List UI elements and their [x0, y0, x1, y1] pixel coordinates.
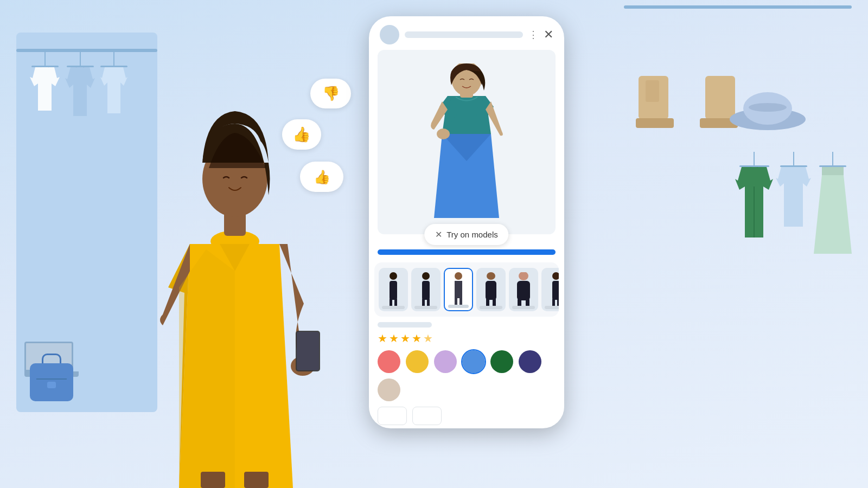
person-illustration [136, 16, 342, 488]
product-title-bar [378, 322, 432, 328]
star-5-half: ★ [423, 332, 433, 345]
color-swatches [369, 345, 564, 401]
dress-mint-hanging [814, 152, 852, 256]
svg-point-26 [422, 272, 430, 280]
color-green[interactable] [490, 350, 513, 373]
svg-point-7 [749, 103, 787, 112]
hanging-shirt-light [100, 52, 127, 116]
svg-rect-38 [517, 281, 530, 300]
rating-section: ★ ★ ★ ★ ★ [369, 317, 564, 345]
hanging-shirt-blue [65, 52, 95, 116]
svg-point-33 [487, 272, 495, 280]
svg-rect-1 [636, 118, 674, 128]
model-thumb-5[interactable] [509, 268, 538, 311]
model-6-label [545, 306, 559, 309]
model-thumb-3[interactable] [444, 268, 473, 311]
svg-rect-34 [486, 281, 496, 300]
size-s-button[interactable] [412, 407, 442, 425]
svg-rect-11 [297, 332, 319, 370]
svg-rect-2 [646, 80, 659, 102]
model-1-label [382, 306, 405, 309]
size-xs-button[interactable] [378, 407, 407, 425]
phone-header: ⋮ ✕ [369, 16, 564, 50]
svg-point-41 [552, 272, 559, 280]
phone-mockup: ⋮ ✕ [369, 16, 564, 428]
svg-point-19 [437, 129, 450, 139]
seller-avatar [380, 25, 399, 44]
seller-name-bar [405, 31, 523, 38]
product-image-area: ✕ Try on models [378, 50, 556, 234]
try-on-models-button[interactable]: ✕ Try on models [424, 224, 508, 245]
model-thumb-1[interactable] [379, 268, 408, 311]
shirt-lightblue-hanging [776, 152, 811, 256]
svg-point-30 [455, 272, 462, 280]
svg-rect-15 [201, 472, 225, 488]
more-options-button[interactable]: ⋮ [528, 29, 538, 41]
color-blue[interactable] [462, 350, 485, 373]
svg-rect-23 [390, 281, 397, 300]
try-on-label: Try on models [446, 230, 497, 239]
right-closet [597, 0, 868, 488]
try-on-x-icon: ✕ [435, 229, 442, 240]
svg-point-37 [519, 272, 528, 280]
model-2-label [414, 306, 437, 309]
color-yellow[interactable] [406, 350, 429, 373]
model-selector [374, 262, 559, 317]
model-thumb-2[interactable] [411, 268, 441, 311]
hat-display [730, 92, 806, 138]
cta-bar[interactable] [378, 249, 556, 255]
hanging-shirt-white [30, 52, 60, 116]
boots-display [636, 76, 738, 136]
color-navy[interactable] [519, 350, 541, 373]
stars-row: ★ ★ ★ ★ ★ [378, 332, 556, 345]
star-3: ★ [400, 332, 410, 345]
handbag [30, 363, 73, 401]
model-3-label [448, 305, 469, 308]
close-button[interactable]: ✕ [544, 28, 553, 42]
star-1: ★ [378, 332, 387, 345]
model-thumb-6[interactable] [541, 268, 559, 311]
jacket-green-hanging [735, 152, 773, 256]
star-2: ★ [389, 332, 399, 345]
right-clothing-rod [624, 5, 852, 9]
size-section [369, 401, 564, 425]
svg-point-22 [390, 272, 397, 280]
svg-rect-27 [422, 281, 430, 300]
model-5-label [512, 306, 535, 309]
star-4: ★ [412, 332, 422, 345]
svg-rect-42 [552, 281, 559, 300]
model-4-label [480, 306, 502, 309]
svg-rect-16 [244, 472, 269, 488]
color-lavender[interactable] [434, 350, 457, 373]
color-coral[interactable] [378, 350, 400, 373]
color-beige[interactable] [378, 378, 400, 401]
model-thumb-4[interactable] [476, 268, 506, 311]
